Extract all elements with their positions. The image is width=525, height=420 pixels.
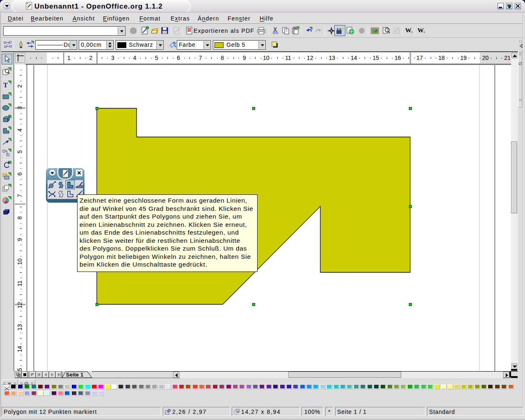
svg-text:Seite 1: Seite 1 <box>66 372 83 378</box>
svg-text:PDF: PDF <box>187 29 193 32</box>
svg-text:T: T <box>3 82 8 89</box>
